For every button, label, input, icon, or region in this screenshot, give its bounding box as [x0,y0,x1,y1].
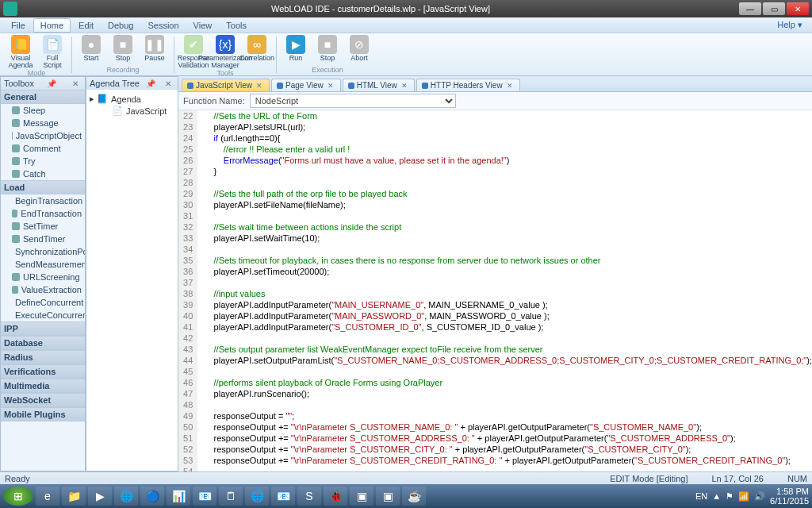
toolbox-item-message[interactable]: Message [1,117,85,129]
taskbar-app-1[interactable]: e [36,487,59,506]
taskbar-app-14[interactable]: ▣ [376,487,400,506]
tab-http-headers-view[interactable]: HTTP Headers View✕ [416,79,520,91]
tab-javascript-view[interactable]: JavaScript View✕ [182,79,270,91]
code-editor[interactable]: 2223242526272829303132333435363738394041… [178,110,812,471]
toolbox-item-comment[interactable]: Comment [1,142,85,155]
ribbon-stop-button[interactable]: ■Stop [313,35,342,62]
ribbon-start-button[interactable]: ●Start [77,35,105,62]
editor-area: JavaScript View✕Page View✕HTML View✕HTTP… [178,76,812,471]
toolbox-panel: Toolbox📌✕ GeneralSleepMessageJavaScriptO… [0,76,86,471]
toolbox-item-synchronizationpoint[interactable]: SynchronizationPoint [1,245,85,258]
toolbox-cat-load[interactable]: Load [1,180,85,194]
menu-home[interactable]: Home [33,18,71,33]
close-button[interactable]: ✕ [787,2,809,15]
taskbar-app-2[interactable]: 📁 [62,487,86,506]
ribbon: 📒Visual Agenda📄Full ScriptMode●Start■Sto… [0,33,812,76]
ribbon-run-button[interactable]: ▶Run [282,35,310,62]
tray-up-icon[interactable]: ▲ [712,491,721,501]
menu-tools[interactable]: Tools [220,19,253,32]
toolbox-item-try[interactable]: Try [1,155,85,167]
taskbar-app-15[interactable]: ☕ [402,487,426,506]
taskbar-app-7[interactable]: 📧 [193,487,216,506]
agenda-close-icon[interactable]: ✕ [162,79,174,88]
agenda-root-node[interactable]: ▸ 📘 Agenda [90,93,174,105]
toolbox-item-sendtimer[interactable]: SendTimer [1,233,85,245]
taskbar-app-9[interactable]: 🌐 [245,487,269,506]
toolbox-item-sleep[interactable]: Sleep [1,104,85,117]
maximize-button[interactable]: ▭ [763,2,785,15]
ribbon-abort-button[interactable]: ⊘Abort [345,35,373,62]
toolbox-item-endtransaction[interactable]: EndTransaction [1,207,85,220]
taskbar-app-6[interactable]: 📊 [167,487,190,506]
toolbox-item-javascriptobject[interactable]: JavaScriptObject [1,129,85,142]
ribbon-parameterization-button[interactable]: {x}Parameterization Manager [211,35,239,69]
toolbox-cat-database[interactable]: Database [1,336,85,350]
tab-close-icon[interactable]: ✕ [255,82,264,90]
taskbar-app-3[interactable]: ▶ [88,487,112,506]
app-logo-icon [3,2,17,16]
toolbox-item-settimer[interactable]: SetTimer [1,220,85,233]
tab-close-icon[interactable]: ✕ [326,82,335,90]
window-title: WebLOAD IDE - customerDetails.wlp - [Jav… [22,4,739,13]
tray-lang[interactable]: EN [695,491,707,501]
toolbox-item-defineconcurrent[interactable]: DefineConcurrent [1,296,85,309]
status-pos: Ln 17, Col 26 [712,474,764,483]
taskbar-app-12[interactable]: 🐞 [324,487,347,506]
toolbox-item-begintransaction[interactable]: BeginTransaction [1,194,85,207]
tab-page-view[interactable]: Page View✕ [271,79,341,91]
toolbox-cat-verifications[interactable]: Verifications [1,364,85,379]
taskbar-app-13[interactable]: ▣ [350,487,373,506]
toolbox-item-urlscreening[interactable]: URLScreening [1,271,85,283]
status-left: Ready [5,474,30,483]
tab-html-view[interactable]: HTML View✕ [343,79,415,91]
menu-view[interactable]: View [187,19,219,32]
toolbox-cat-websocket[interactable]: WebSocket [1,393,85,407]
taskbar-app-4[interactable]: 🌐 [114,487,138,506]
toolbox-item-sendmeasurement[interactable]: SendMeasurement [1,258,85,271]
function-name-label: Function Name: [183,96,245,106]
menu-session[interactable]: Session [141,19,185,32]
tray-flag-icon[interactable]: ⚑ [726,491,733,502]
toolbox-item-catch[interactable]: Catch [1,167,85,180]
tray-net-icon[interactable]: 📶 [738,491,749,502]
toolbox-cat-general[interactable]: General [1,90,85,104]
taskbar-app-8[interactable]: 🗒 [219,487,243,506]
tab-close-icon[interactable]: ✕ [400,82,409,90]
status-num: NUM [787,474,807,483]
menu-edit[interactable]: Edit [72,19,100,32]
agenda-panel: Agenda Tree📌✕ ▸ 📘 Agenda 📄 JavaScript [86,76,178,471]
agenda-child-node[interactable]: 📄 JavaScript [90,105,174,117]
menu-debug[interactable]: Debug [102,19,140,32]
taskbar-app-10[interactable]: 📧 [271,487,295,506]
ribbon-stop-button[interactable]: ■Stop [109,35,137,62]
toolbox-cat-mobile plugins[interactable]: Mobile Plugins [1,407,85,421]
taskbar-app-0[interactable]: ⊞ [3,487,33,506]
ribbon-full-button[interactable]: 📄Full Script [38,35,67,69]
minimize-button[interactable]: — [739,2,761,15]
toolbox-cat-multimedia[interactable]: Multimedia [1,379,85,393]
toolbox-cat-ipp[interactable]: IPP [1,321,85,336]
help-menu[interactable]: Help ▾ [772,18,807,32]
status-mode: EDIT Mode [Editing] [610,474,688,483]
toolbox-close-icon[interactable]: ✕ [69,79,82,88]
taskbar-app-5[interactable]: 🔵 [140,487,164,506]
toolbox-pin-icon[interactable]: 📌 [44,79,59,88]
menu-file[interactable]: File [5,19,32,32]
taskbar-app-11[interactable]: S [297,487,321,506]
ribbon-pause-button[interactable]: ❚❚Pause [140,35,169,62]
toolbox-title: Toolbox [4,79,34,88]
ribbon-correlation-button[interactable]: ∞Correlation [243,35,271,69]
toolbox-cat-radius[interactable]: Radius [1,350,85,364]
ribbon-visual-button[interactable]: 📒Visual Agenda [6,35,35,69]
toolbox-item-valueextraction[interactable]: ValueExtraction [1,283,85,296]
taskbar: ⊞e📁▶🌐🔵📊📧🗒🌐📧S🐞▣▣☕ EN ▲ ⚑ 📶 🔊 1:58 PM6/11/… [0,484,812,508]
editor-tabs: JavaScript View✕Page View✕HTML View✕HTTP… [178,76,812,92]
tray-clock[interactable]: 1:58 PM6/11/2015 [770,487,809,506]
function-name-select[interactable]: NodeScript [250,94,456,108]
agenda-pin-icon[interactable]: 📌 [143,79,159,88]
tray-vol-icon[interactable]: 🔊 [754,491,765,502]
tab-close-icon[interactable]: ✕ [505,82,515,90]
agenda-title: Agenda Tree [90,79,140,88]
toolbox-item-executeconcurrent[interactable]: ExecuteConcurrent [1,309,85,321]
titlebar: WebLOAD IDE - customerDetails.wlp - [Jav… [0,0,812,17]
